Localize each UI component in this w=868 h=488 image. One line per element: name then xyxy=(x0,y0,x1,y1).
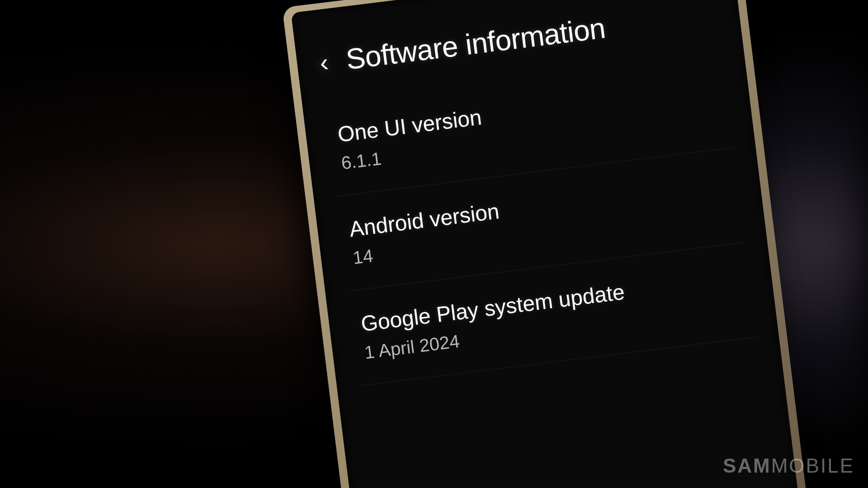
watermark-light: MOBILE xyxy=(771,455,854,477)
phone-frame: ‹ Software information One UI version 6.… xyxy=(282,0,806,488)
watermark: SAMMOBILE xyxy=(723,455,854,477)
phone-device: ‹ Software information One UI version 6.… xyxy=(282,0,842,488)
settings-list: One UI version 6.1.1 Android version 14 … xyxy=(302,50,779,389)
back-icon[interactable]: ‹ xyxy=(318,47,330,77)
page-title: Software information xyxy=(344,11,607,76)
watermark-bold: SAM xyxy=(723,455,771,477)
phone-screen: ‹ Software information One UI version 6.… xyxy=(291,0,798,488)
